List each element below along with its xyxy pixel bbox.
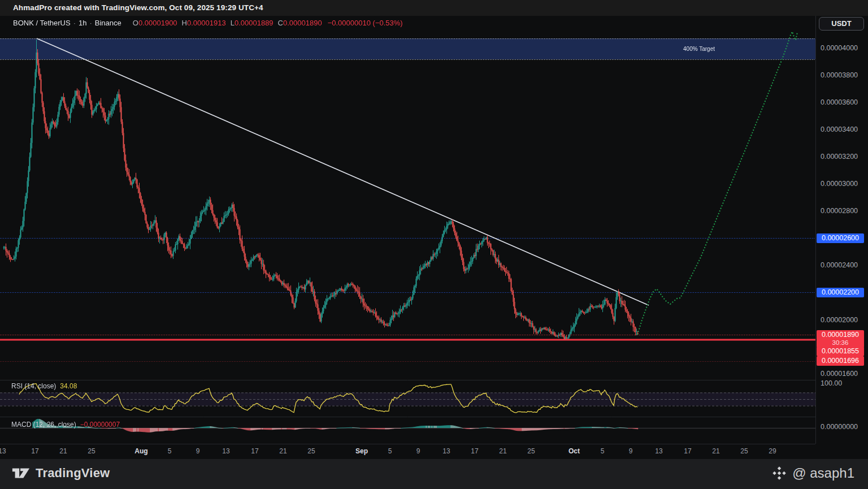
close-label: C [278,19,283,27]
time-tick-label: 25 [88,447,95,455]
current-price-label: 0.00001890 30:36 [817,330,864,348]
time-tick-label: 25 [740,447,748,455]
time-tick-label: 25 [527,447,535,455]
time-tick-label: 17 [471,447,478,455]
symbol-legend[interactable]: BONK / TetherUS·1h·BinanceO0.00001900H0.… [13,19,403,27]
macd-scale-zero: 0.00000000 [821,422,858,431]
close-value: 0.00001890 [283,19,322,27]
rsi-legend[interactable]: RSI (14, close)34.08 [11,382,77,390]
price-level-label-22000: 0.00002200 [817,288,864,297]
open-value: 0.00001900 [138,19,177,27]
macd-label: MACD (12, 26, close) [11,421,76,429]
time-tick-month: Sep [355,447,368,455]
time-tick-label: 17 [251,447,258,455]
open-label: O [133,19,138,27]
price-tick-label: 0.00001600 [821,369,858,378]
time-tick-label: 5 [601,447,605,455]
time-tick-label: 9 [629,447,633,455]
time-tick-month: Oct [568,447,580,455]
target-zone-label: 400% Target [683,46,715,52]
time-tick-label: 5 [168,447,172,455]
time-tick-label: 13 [442,447,450,455]
rsi-scale-top: 100.00 [821,379,842,388]
low-value: 0.00001889 [235,19,274,27]
price-level-label-18550: 0.00001855 [817,347,864,356]
tradingview-logo[interactable]: TradingView [11,466,110,481]
price-level-label-16960: 0.00001696 [817,356,864,366]
symbol-name: BONK / TetherUS [13,19,71,27]
high-value: 0.00001913 [187,19,226,27]
price-tick-label: 0.00003800 [821,71,858,80]
high-label: H [182,19,187,27]
currency-toggle-button[interactable]: USDT [819,17,864,31]
price-level-label-26000: 0.00002600 [817,233,864,243]
rsi-label: RSI (14, close) [11,382,56,390]
rsi-value: 34.08 [60,382,77,390]
time-tick-label: 21 [499,447,506,455]
price-tick-label: 0.00002000 [821,315,858,324]
time-tick-label: 17 [684,447,691,455]
price-tick-label: 0.00002800 [821,206,858,215]
attribution-text: AhmadPro created with TradingView.com, O… [13,3,263,12]
ohlc-readout: O0.00001900H0.00001913L0.00001889C0.0000… [128,19,403,27]
author-watermark: @ asaph1 [771,465,854,482]
time-tick-label: 13 [222,447,229,455]
price-tick-label: 0.00003000 [821,179,858,188]
macd-value: −0.00000007 [80,421,120,429]
author-handle: @ asaph1 [792,465,854,481]
time-tick-label: 9 [196,447,200,455]
low-label: L [231,19,235,27]
price-tick-label: 0.00004000 [821,44,858,53]
price-chart-canvas[interactable] [0,16,815,444]
tradingview-chart-window: AhmadPro created with TradingView.com, O… [0,0,868,489]
binance-icon [771,465,788,482]
price-tick-label: 0.00003400 [821,125,858,134]
current-price-value: 0.00001890 [817,330,864,339]
time-scale[interactable]: 13172125Aug5913172125Sep5913172125Oct591… [0,444,815,459]
interval: 1h [79,19,86,27]
change-value: −0.00000010 (−0.53%) [328,19,403,27]
time-tick-label: 9 [416,447,420,455]
time-tick-label: 29 [769,447,776,455]
footer-bar: TradingView @ asaph1 [0,459,868,489]
time-tick-label: 25 [307,447,315,455]
tradingview-icon [11,467,31,479]
tradingview-wordmark: TradingView [36,466,110,481]
time-tick-month: Aug [134,447,147,455]
time-tick-label: 21 [279,447,287,455]
time-tick-label: 13 [0,447,6,455]
price-tick-label: 0.00002400 [821,261,858,270]
time-tick-label: 21 [712,447,719,455]
price-tick-label: 0.00003600 [821,98,858,107]
price-scale[interactable]: 0.00002600 0.00002200 0.00001890 30:36 0… [815,16,868,444]
price-tick-label: 0.00003200 [821,152,858,161]
time-tick-label: 17 [31,447,38,455]
time-tick-label: 13 [655,447,662,455]
time-tick-label: 5 [388,447,392,455]
legend-separator: · [89,19,92,27]
attribution-bar: AhmadPro created with TradingView.com, O… [0,0,868,16]
macd-legend[interactable]: MACD (12, 26, close)−0.00000007 [11,421,120,429]
exchange: Binance [95,19,121,27]
legend-separator: · [73,19,76,27]
time-tick-label: 21 [59,447,67,455]
